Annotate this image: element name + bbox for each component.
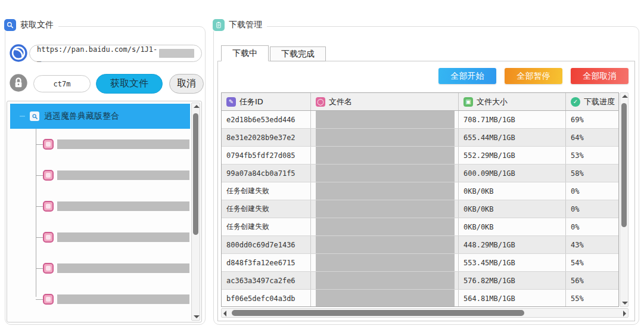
table-row[interactable]: 99a07a84cb0a71f5 600.09MB/1GB 58% [222,165,618,182]
cell-task-id: 800dd0c69d7e1436 [222,236,311,253]
tree-item[interactable] [7,222,189,253]
table-hscrollbar[interactable] [221,308,629,318]
file-node-icon [43,263,54,274]
start-all-button[interactable]: 全部开始 [438,68,496,84]
cell-task-id: d848f3fa12ee6715 [222,254,311,271]
cell-progress: 54% [566,254,618,271]
redacted-label-bar [57,139,189,149]
column-label: 文件大小 [477,97,508,107]
tree-expander-icon[interactable] [20,116,25,117]
redacted-label-bar [57,263,189,273]
tree-children [7,129,189,315]
cell-filename [311,218,459,235]
file-node-icon [43,201,54,212]
cell-filename [311,236,459,253]
cell-task-id: 任务创建失败 [222,200,311,218]
table-row[interactable]: ac363a3497ca2fe6 576.82MB/1GB 56% [222,272,618,290]
table-vscrollbar[interactable] [620,92,629,307]
column-header-filesize: ▣ 文件大小 [459,93,566,110]
scroll-up-icon[interactable] [622,95,628,98]
cell-task-id: 任务创建失败 [222,182,311,200]
file-node-icon [43,170,54,181]
cell-filename [311,290,459,307]
column-header-progress: ✓ 下载进度 [566,93,618,110]
column-label: 文件名 [329,97,352,107]
table-hscrollbar-thumb[interactable] [232,310,524,316]
redacted-filename-bar [316,129,455,146]
cell-task-id: bf06e5defc04a3db [222,290,311,307]
get-file-panel-title: 获取文件 [20,20,54,30]
cell-task-id: 8e31e2028b9e37e2 [222,129,311,146]
cell-size: 708.71MB/1GB [459,111,566,128]
cell-task-id: e2d18b6e53edd446 [222,111,311,128]
cell-task-id: 任务创建失败 [222,218,311,235]
cell-size: 553.45MB/1GB [459,254,566,271]
scroll-up-icon[interactable] [194,105,200,108]
file-node-icon [43,139,54,150]
check-icon: ✓ [571,97,580,107]
redacted-filename-bar [316,236,455,253]
app-window: 获取文件 https://pan.baidu.com/s/1J1-_ ct7m … [0,0,644,335]
redacted-filename-bar [316,182,455,200]
scroll-left-icon[interactable] [223,311,226,317]
file-tree: 逍遥魔兽典藏版整合 [7,101,202,322]
extraction-code-text: ct7m [54,80,71,88]
redacted-filename-bar [316,111,455,128]
globe-icon [9,44,28,63]
tree-item-root-selected[interactable]: 逍遥魔兽典藏版整合 [10,104,190,129]
magnifier-node-icon [30,111,39,121]
scroll-down-icon[interactable] [194,315,200,318]
tab-completed[interactable]: 下载完成 [270,46,326,61]
tab-downloading[interactable]: 下载中 [221,45,269,61]
cell-progress: 0% [566,200,618,218]
table-row[interactable]: 8e31e2028b9e37e2 655.44MB/1GB 64% [222,129,618,147]
cell-progress: 56% [566,272,618,289]
download-manager-panel: 下载管理 下载中 下载完成 全部开始 全部暂停 全部取消 ✎ 任务ID ◯ [213,26,639,325]
cell-size: 448.29MB/1GB [459,236,566,253]
tree-scrollbar[interactable] [191,103,200,321]
get-file-panel: 获取文件 https://pan.baidu.com/s/1J1-_ ct7m … [5,26,206,325]
table-row[interactable]: 任务创建失败 0KB/0KB 0% [222,182,618,200]
tree-scrollbar-thumb[interactable] [193,113,198,235]
file-node-icon [43,294,54,305]
tree-item[interactable] [7,253,189,284]
download-table: ✎ 任务ID ◯ 文件名 ▣ 文件大小 ✓ 下载进度 [221,92,619,307]
table-row[interactable]: 0794fb5fdf27d085 552.29MB/1GB 53% [222,147,618,165]
cell-size: 576.82MB/1GB [459,272,566,289]
cancel-all-button[interactable]: 全部取消 [571,68,629,84]
redacted-filename-bar [316,147,455,164]
tree-item[interactable] [7,284,189,315]
cell-size: 0KB/0KB [459,200,566,218]
download-table-body: e2d18b6e53edd446 708.71MB/1GB 69% 8e31e2… [222,111,618,307]
redacted-filename-bar [316,200,455,218]
share-url-input[interactable]: https://pan.baidu.com/s/1J1-_ [29,45,202,62]
table-row[interactable]: 任务创建失败 0KB/0KB 0% [222,200,618,218]
cell-task-id: 99a07a84cb0a71f5 [222,165,311,182]
cell-progress: 0% [566,182,618,200]
tree-root-label: 逍遥魔兽典藏版整合 [44,111,119,122]
cell-filename [311,254,459,271]
scroll-down-icon[interactable] [622,302,628,305]
table-row[interactable]: d848f3fa12ee6715 553.45MB/1GB 54% [222,254,618,272]
scroll-right-icon[interactable] [623,311,626,317]
cell-size: 0KB/0KB [459,182,566,200]
table-row[interactable]: e2d18b6e53edd446 708.71MB/1GB 69% [222,111,618,129]
table-vscrollbar-thumb[interactable] [621,103,627,227]
pause-all-button[interactable]: 全部暂停 [505,68,562,84]
cancel-button[interactable]: 取消 [169,74,204,94]
table-row[interactable]: 任务创建失败 0KB/0KB 0% [222,218,618,236]
tabstrip: 下载中 下载完成 [221,46,327,61]
extraction-code-input[interactable]: ct7m [33,75,91,92]
tree-item[interactable] [7,129,189,160]
cell-task-id: 0794fb5fdf27d085 [222,147,311,164]
cell-progress: 0% [566,218,618,235]
download-manager-header: 下载管理 [213,19,267,31]
cell-filename [311,111,459,128]
tree-item[interactable] [7,191,189,222]
table-row[interactable]: 800dd0c69d7e1436 448.29MB/1GB 43% [222,236,618,254]
get-file-button[interactable]: 获取文件 [96,74,163,94]
tree-item[interactable] [7,160,189,191]
get-file-panel-header: 获取文件 [4,19,58,31]
table-row[interactable]: bf06e5defc04a3db 564.81MB/1GB 55% [222,290,618,307]
redacted-label-bar [57,294,189,304]
